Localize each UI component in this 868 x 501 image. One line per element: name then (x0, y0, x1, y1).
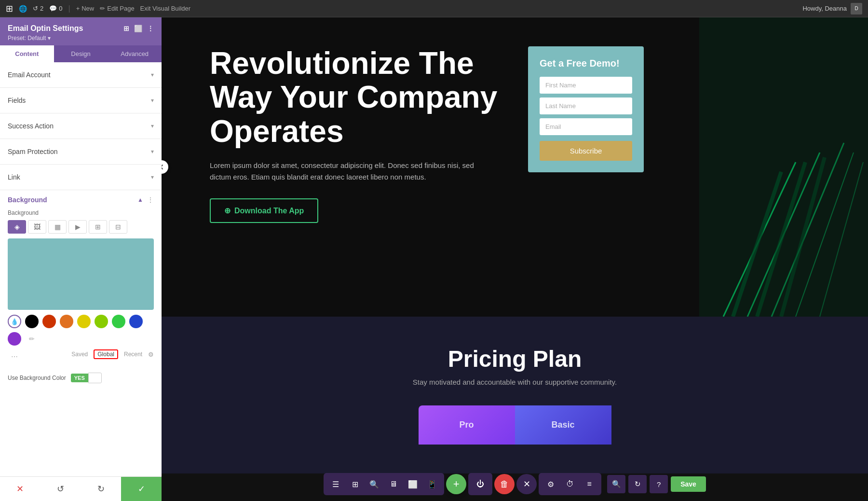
toolbar-mobile-icon[interactable]: 📱 (423, 475, 441, 493)
content-area: Revolutionize The Way Your Company Opera… (162, 17, 868, 501)
close-button[interactable]: ✕ (0, 477, 41, 501)
color-settings-icon[interactable]: ⚙ (148, 351, 154, 358)
toolbar-power-icon[interactable]: ⏻ (471, 475, 489, 493)
color-green[interactable] (112, 315, 125, 328)
comment-count[interactable]: 💬0 (49, 5, 62, 12)
background-type-label: Background (8, 209, 154, 216)
use-bg-color-label: Use Background Color (8, 375, 66, 381)
add-button[interactable]: + (446, 474, 466, 494)
color-blue[interactable] (129, 315, 143, 328)
sidebar-toggle-arrow[interactable] (162, 160, 168, 174)
background-section-title: Background (8, 196, 47, 204)
toolbar-settings-icon[interactable]: ⚙ (542, 475, 560, 493)
toggle-color-box[interactable] (88, 373, 102, 383)
new-button[interactable]: +New (76, 5, 95, 12)
collapse-icon[interactable]: ▲ (137, 196, 143, 203)
pricing-basic-label: Basic (534, 420, 592, 430)
email-input[interactable] (540, 118, 632, 135)
bg-type-video[interactable]: ▶ (68, 220, 87, 234)
redo-button[interactable]: ↻ (81, 477, 122, 501)
more-icon[interactable]: ⋮ (147, 25, 154, 32)
accordion-fields-header[interactable]: Fields ▾ (0, 88, 162, 113)
toolbar-search-right-icon[interactable]: 🔍 (607, 475, 625, 493)
toolbar-tablet-icon[interactable]: ⬜ (404, 475, 422, 493)
bg-type-image[interactable]: 🖼 (28, 220, 46, 234)
toolbar-grid-icon[interactable]: ⊞ (346, 475, 364, 493)
pricing-cards: Pro Basic (200, 405, 829, 445)
color-green-light[interactable] (95, 315, 108, 328)
site-icon[interactable]: 🌐 (19, 5, 27, 13)
accordion-link-header[interactable]: Link ▾ (0, 165, 162, 190)
color-palette: 💧 ✏ (8, 315, 154, 346)
toolbar-help-icon[interactable]: ? (650, 475, 668, 493)
more-options-icon[interactable]: ⋮ (147, 196, 154, 204)
user-greeting: Howdy, Deanna (802, 5, 847, 12)
color-orange[interactable] (60, 315, 73, 328)
eyedropper-tool[interactable]: 💧 (8, 315, 21, 328)
bg-type-color[interactable]: ◈ (8, 220, 26, 234)
preset-label[interactable]: Preset: Default ▾ (8, 35, 154, 42)
toolbar-tools-group: ☰ ⊞ 🔍 🖥 ⬜ 📱 (324, 473, 444, 495)
exit-builder-button[interactable]: Exit Visual Builder (140, 5, 191, 12)
color-yellow[interactable] (77, 315, 91, 328)
first-name-input[interactable] (540, 77, 632, 94)
optin-form-card: Get a Free Demo! Subscribe (528, 46, 644, 172)
accordion-spam-protection-header[interactable]: Spam Protection ▾ (0, 139, 162, 164)
undo-button[interactable]: ↺ (41, 477, 81, 501)
bg-type-gradient[interactable]: ▦ (48, 220, 67, 234)
color-tab-recent[interactable]: Recent (124, 351, 142, 358)
color-black[interactable] (25, 315, 39, 328)
use-background-color-row: Use Background Color YES (8, 368, 154, 388)
accordion-success-action-label: Success Action (8, 122, 54, 130)
expand-icon[interactable]: ⬜ (134, 25, 142, 32)
toolbar-menu-icon[interactable]: ☰ (326, 475, 345, 493)
toolbar-close-button[interactable]: ✕ (516, 474, 537, 494)
undo-count[interactable]: ↺2 (33, 5, 43, 12)
background-type-icons: ◈ 🖼 ▦ ▶ ⊞ ⊟ (8, 220, 154, 234)
color-tab-saved[interactable]: Saved (71, 351, 88, 358)
main-layout: Email Optin Settings ⊞ ⬜ ⋮ Preset: Defau… (0, 17, 868, 501)
color-red[interactable] (42, 315, 56, 328)
delete-button[interactable]: 🗑 (494, 474, 515, 494)
accordion-fields: Fields ▾ (0, 88, 162, 113)
sidebar: Email Optin Settings ⊞ ⬜ ⋮ Preset: Defau… (0, 17, 162, 501)
chevron-icon: ▾ (151, 71, 154, 78)
toggle-yes[interactable]: YES (71, 374, 88, 382)
toolbar-search-icon[interactable]: 🔍 (365, 475, 383, 493)
color-tab-global[interactable]: Global (94, 349, 118, 359)
color-swatch[interactable] (8, 238, 154, 310)
bg-type-map[interactable]: ⊟ (109, 220, 127, 234)
settings-icon[interactable]: ⊞ (123, 25, 129, 32)
pricing-title: Pricing Plan (200, 346, 829, 372)
accordion-spam-protection: Spam Protection ▾ (0, 139, 162, 165)
wordpress-icon[interactable]: ⊞ (6, 3, 13, 14)
sidebar-module-title: Email Optin Settings (8, 24, 83, 33)
accordion-email-account-header[interactable]: Email Account ▾ (0, 62, 162, 87)
chevron-icon: ▾ (151, 123, 154, 129)
toolbar-adjust-icon[interactable]: ≡ (580, 475, 598, 493)
toolbar-history-icon[interactable]: ⏱ (561, 475, 579, 493)
tab-content[interactable]: Content (0, 45, 54, 62)
confirm-button[interactable]: ✓ (121, 477, 162, 501)
toolbar-refresh-icon[interactable]: ↻ (628, 475, 647, 493)
tab-design[interactable]: Design (54, 45, 108, 62)
sidebar-tabs: Content Design Advanced (0, 45, 162, 62)
bg-type-pattern[interactable]: ⊞ (89, 220, 107, 234)
sidebar-title-row: Email Optin Settings ⊞ ⬜ ⋮ (8, 24, 154, 33)
pricing-section: Pricing Plan Stay motivated and accounta… (162, 317, 868, 473)
toolbar-desktop-icon[interactable]: 🖥 (384, 475, 403, 493)
pricing-subtitle: Stay motivated and accountable with our … (200, 378, 829, 386)
color-more-icon[interactable]: ⋯ (8, 350, 21, 363)
subscribe-button[interactable]: Subscribe (540, 141, 632, 161)
tab-advanced[interactable]: Advanced (108, 45, 162, 62)
hero-content: Revolutionize The Way Your Company Opera… (210, 46, 499, 223)
accordion-success-action-header[interactable]: Success Action ▾ (0, 113, 162, 139)
last-name-input[interactable] (540, 97, 632, 114)
use-bg-color-toggle[interactable]: YES (71, 373, 102, 383)
edit-page-button[interactable]: ✏Edit Page (100, 5, 134, 12)
color-pencil-icon[interactable]: ✏ (25, 332, 39, 346)
download-app-button[interactable]: ⊕ Download The App (210, 198, 318, 223)
save-button[interactable]: Save (671, 476, 706, 492)
color-purple[interactable] (8, 332, 21, 346)
accordion-email-account-label: Email Account (8, 71, 51, 79)
